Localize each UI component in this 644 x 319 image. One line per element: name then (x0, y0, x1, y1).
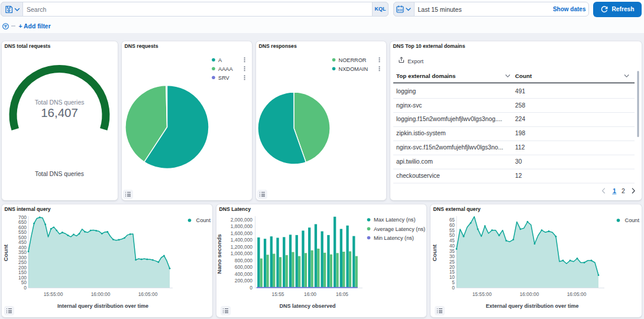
svg-text:16:00:00: 16:00:00 (520, 291, 539, 297)
svg-text:800,000: 800,000 (235, 258, 253, 263)
svg-text:AAAA: AAAA (218, 66, 233, 72)
svg-text:0: 0 (250, 285, 253, 291)
svg-text:Count: Count (515, 73, 532, 79)
svg-text:Count: Count (625, 217, 640, 223)
svg-text:logging.f15n2womfujehfjlwv0lgs: logging.f15n2womfujehfjlwv0lgs3nog.... (396, 116, 502, 122)
svg-text:Total DNS queries: Total DNS queries (35, 171, 84, 177)
svg-text:16:05: 16:05 (336, 291, 348, 297)
svg-text:NOERROR: NOERROR (339, 57, 367, 63)
svg-text:0: 0 (452, 285, 455, 291)
svg-text:Top external domains: Top external domains (396, 73, 456, 79)
svg-text:NXDOMAIN: NXDOMAIN (339, 66, 368, 72)
svg-text:15:55:00: 15:55:00 (473, 291, 492, 297)
svg-text:Count: Count (2, 244, 9, 261)
svg-text:Max Latency (ns): Max Latency (ns) (374, 217, 415, 223)
svg-text:1,200,000: 1,200,000 (231, 244, 253, 250)
svg-text:30: 30 (515, 158, 522, 165)
svg-text:api.twilio.com: api.twilio.com (396, 158, 433, 165)
svg-text:224: 224 (515, 116, 525, 122)
svg-text:0: 0 (24, 285, 27, 291)
svg-text:2,000,000: 2,000,000 (231, 217, 253, 223)
svg-text:nginx-svc: nginx-svc (396, 102, 422, 109)
svg-text:Total DNS queries: Total DNS queries (35, 99, 85, 106)
svg-text:zipkin.istio-system: zipkin.istio-system (396, 130, 446, 136)
svg-text:600,000: 600,000 (235, 264, 253, 270)
svg-text:DNS latency observed: DNS latency observed (279, 303, 335, 309)
svg-text:1,400,000: 1,400,000 (231, 237, 253, 243)
svg-text:Export: Export (407, 58, 423, 64)
svg-text:nginx-svc.f15n2womfujehfjlwv0l: nginx-svc.f15n2womfujehfjlwv0lgs3no... (396, 144, 503, 151)
svg-text:16:05:00: 16:05:00 (567, 291, 587, 297)
svg-text:15:55:00: 15:55:00 (44, 291, 63, 297)
svg-text:Count: Count (196, 217, 211, 223)
svg-text:Internal query distribution ov: Internal query distribution over time (57, 303, 148, 309)
svg-text:1,000,000: 1,000,000 (231, 250, 253, 256)
svg-text:2: 2 (622, 187, 625, 194)
svg-text:Average Latency (ns): Average Latency (ns) (374, 226, 425, 232)
svg-text:16:05:00: 16:05:00 (138, 291, 158, 297)
svg-text:SRV: SRV (218, 75, 230, 81)
svg-text:External query distribution ov: External query distribution over time (486, 303, 578, 309)
svg-text:logging: logging (396, 88, 416, 95)
svg-text:Count: Count (431, 244, 438, 261)
svg-text:258: 258 (515, 102, 525, 109)
svg-text:16:00:00: 16:00:00 (91, 291, 111, 297)
svg-text:checkoutservice: checkoutservice (396, 172, 440, 179)
svg-text:16,407: 16,407 (41, 106, 78, 119)
svg-text:15:55: 15:55 (272, 291, 284, 297)
svg-text:400,000: 400,000 (235, 271, 253, 277)
svg-text:A: A (218, 57, 222, 63)
svg-text:1: 1 (613, 187, 616, 194)
svg-text:1,600,000: 1,600,000 (231, 230, 253, 236)
svg-text:491: 491 (515, 88, 525, 95)
svg-text:Nano seconds: Nano seconds (216, 234, 222, 274)
svg-text:1,800,000: 1,800,000 (231, 223, 253, 229)
svg-text:16:00: 16:00 (304, 291, 316, 297)
svg-text:12: 12 (515, 172, 522, 179)
svg-text:Min Latency (ns): Min Latency (ns) (374, 235, 414, 241)
svg-text:112: 112 (515, 144, 525, 151)
svg-text:200,000: 200,000 (235, 278, 253, 284)
svg-text:198: 198 (515, 130, 525, 136)
